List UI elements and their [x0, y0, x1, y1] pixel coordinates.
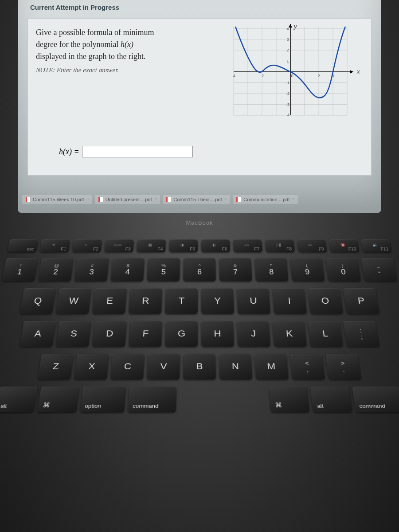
q-line3: displayed in the graph to the right. [36, 52, 145, 61]
svg-marker-18 [350, 70, 353, 74]
question-card: Give a possible formula of minimum degre… [27, 18, 372, 176]
dl-name: Communication....pdf [243, 197, 289, 202]
key-b: B [183, 354, 216, 379]
question-text: Give a possible formula of minimum degre… [36, 27, 160, 75]
key-q: Q [20, 288, 56, 314]
key-cmd-sym-left: ⌘ [37, 387, 79, 412]
key-z: Z [38, 354, 74, 379]
key-esc: esc [8, 239, 38, 252]
dl-name: Untitled present....pdf [106, 197, 152, 202]
download-item[interactable]: Comm115 Week 10.pdf ^ [22, 195, 92, 204]
pdf-icon [166, 197, 171, 202]
attempt-header: Current Attempt in Progress [18, 0, 381, 15]
pdf-icon [26, 197, 30, 202]
key-command-left: command [128, 387, 176, 412]
key-f1: ☀F1 [39, 239, 70, 252]
laptop-screen: Current Attempt in Progress Give a possi… [18, 0, 381, 213]
key-e: E [92, 288, 127, 314]
q-line2: degree for the polynomial [36, 40, 121, 49]
key-j: J [237, 321, 270, 347]
key-cmd-sym-right: ⌘ [269, 387, 310, 412]
key-f7: ◃◃F7 [233, 239, 262, 252]
key-2: @2 [38, 258, 74, 281]
pdf-icon [236, 197, 241, 202]
key-alt-right: alt [310, 387, 352, 412]
key-f2: ☼F2 [72, 239, 102, 252]
svg-text:4: 4 [286, 27, 289, 31]
key-u: U [237, 288, 270, 314]
downloads-bar: Comm115 Week 10.pdf ^ Untitled present..… [22, 195, 377, 204]
key-k: K [272, 321, 307, 347]
key-f3: ▭▭F3 [104, 239, 134, 252]
key-4: $4 [110, 258, 145, 281]
svg-text:-2: -2 [260, 74, 264, 78]
key-3: #3 [74, 258, 109, 281]
chevron-up-icon: ^ [292, 197, 294, 202]
key-x: X [74, 354, 109, 379]
key-6: ^6 [183, 258, 216, 281]
key-g: G [165, 321, 198, 347]
key-f8: ▷||F8 [265, 239, 295, 252]
key-f5: ◑F5 [169, 239, 198, 252]
chevron-up-icon: ^ [86, 197, 89, 202]
download-item[interactable]: Communication....pdf ^ [233, 195, 298, 204]
key-8: *8 [254, 258, 289, 281]
key-v: V [147, 354, 180, 379]
key-7: &7 [219, 258, 252, 281]
answer-label: h(x) = [59, 147, 79, 156]
dl-name: Comm115 Week 10.pdf [33, 197, 84, 202]
key-p: P [343, 288, 379, 314]
key-f10: 🔇F10 [329, 239, 360, 252]
key-alt-left: alt [0, 387, 38, 412]
q-fx: h(x) [121, 40, 133, 49]
answer-input[interactable] [82, 146, 193, 157]
key-f6: ◐F6 [201, 239, 230, 252]
svg-text:2: 2 [286, 48, 289, 52]
key-f: F [129, 321, 162, 347]
key-l: L [308, 321, 343, 347]
key-a: A [20, 321, 56, 347]
key-punct-1: >. [325, 354, 361, 379]
download-item[interactable]: Comm115 Theor....pdf ^ [163, 195, 230, 204]
key--: _- [361, 258, 397, 281]
key-y: Y [201, 288, 234, 314]
key-command-right: command [352, 387, 399, 412]
svg-text:2: 2 [317, 74, 320, 78]
dl-name: Comm115 Theor....pdf [173, 197, 222, 202]
keyboard: esc☀F1☼F2▭▭F3▦F4◑F5◐F6◃◃F7▷||F8▹▹F9🔇F10🔉… [0, 239, 399, 419]
x-axis-label: x [356, 68, 360, 75]
svg-text:-3: -3 [286, 102, 289, 107]
key-1: !1 [2, 258, 38, 281]
chevron-up-icon: ^ [225, 197, 227, 202]
key-c: C [110, 354, 145, 379]
key-n: N [219, 354, 252, 379]
svg-text:3: 3 [286, 37, 289, 42]
svg-text:-2: -2 [286, 91, 289, 96]
svg-text:1: 1 [286, 59, 289, 63]
key-m: M [254, 354, 289, 379]
key-option: option [80, 387, 126, 412]
q-line1: Give a possible formula of minimum [36, 28, 154, 37]
key-f11: 🔉F11 [361, 239, 391, 252]
key-o: O [308, 288, 343, 314]
key-9: (9 [290, 258, 325, 281]
key-5: %5 [147, 258, 180, 281]
pdf-icon [98, 197, 103, 202]
chevron-up-icon: ^ [155, 197, 157, 202]
svg-marker-19 [289, 24, 292, 27]
polynomial-graph: x y -4-2 023 432 1-1-2 -3-4 [225, 22, 367, 120]
q-note: NOTE: Enter the exact answer. [36, 65, 160, 75]
key-r: R [129, 288, 162, 314]
key-semicolon: :; [343, 321, 379, 347]
key-punct-0: <, [290, 354, 325, 379]
svg-text:-1: -1 [286, 81, 289, 85]
svg-text:-4: -4 [232, 74, 235, 78]
key-f4: ▦F4 [137, 239, 166, 252]
key-d: D [92, 321, 127, 347]
key-s: S [56, 321, 91, 347]
svg-text:-4: -4 [286, 113, 289, 117]
key-f9: ▹▹F9 [297, 239, 327, 252]
answer-row: h(x) = [59, 146, 193, 157]
download-item[interactable]: Untitled present....pdf ^ [95, 195, 160, 204]
key-t: T [165, 288, 198, 314]
